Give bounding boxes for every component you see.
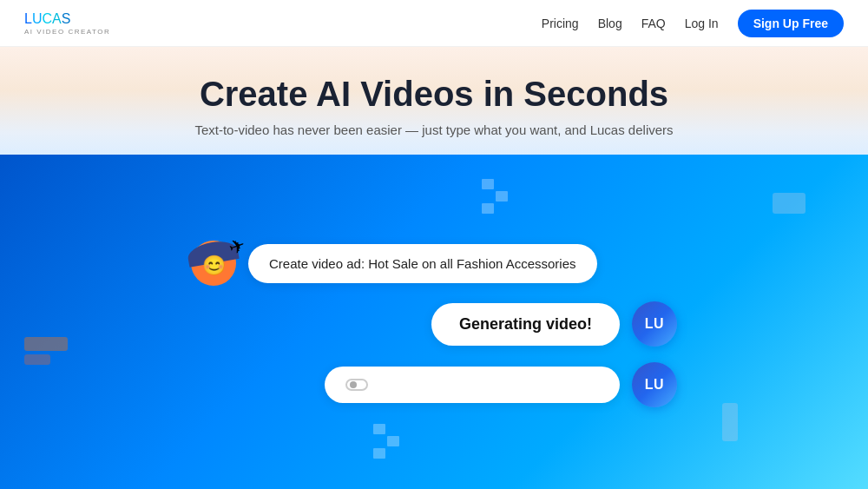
paper-plane-icon: ✈ [226,234,248,261]
deco-checkered-top [482,179,508,214]
deco-rect-left-top [24,337,68,351]
logo-subtitle: AI Video Creator [24,28,110,36]
logo: LUCAS AI Video Creator [24,11,110,36]
lu-avatar-2: LU [632,362,677,407]
signup-button[interactable]: Sign Up Free [738,10,844,37]
chat-container: ✈ Create video ad: Hot Sale on all Fashi… [182,241,686,407]
hero-subtitle: Text-to-video has never been easier — ju… [17,122,851,137]
header: LUCAS AI Video Creator Pricing Blog FAQ … [0,0,868,47]
logo-letter-l: L [24,11,32,26]
logo-letter-c: C [42,11,52,26]
deco-rect-left-bottom [24,354,50,365]
lu-avatar-1: LU [632,301,677,347]
nav: Pricing Blog FAQ Log In Sign Up Free [542,10,844,37]
user-avatar: ✈ [191,241,236,286]
deco-checkered-bottom [373,424,399,459]
logo-letter-u: U [32,11,43,26]
generating-bubble: Generating video! [431,303,620,346]
deco-rect-top-right [773,193,806,214]
deco-rect-bottom-right [722,403,738,441]
main-demo-section: ✈ Create video ad: Hot Sale on all Fashi… [0,155,868,489]
logo-letter-s: S [62,11,71,26]
nav-pricing[interactable]: Pricing [542,17,579,30]
loading-bubble [325,367,620,403]
nav-faq[interactable]: FAQ [641,17,666,30]
loading-message-row: LU [182,362,686,407]
user-message-bubble: Create video ad: Hot Sale on all Fashion… [248,244,597,283]
logo-text: LUCAS [24,11,110,27]
logo-letter-a: A [52,11,62,26]
hero-title: Create AI Videos in Seconds [17,75,851,114]
hero-section: Create AI Videos in Seconds Text-to-vide… [0,47,868,155]
user-message-row: ✈ Create video ad: Hot Sale on all Fashi… [182,241,686,286]
nav-login[interactable]: Log In [685,17,719,30]
nav-blog[interactable]: Blog [598,17,622,30]
generating-text: Generating video! [459,315,592,333]
user-message-text: Create video ad: Hot Sale on all Fashion… [269,256,576,271]
loading-indicator [345,379,368,391]
generating-message-row: Generating video! LU [182,301,686,347]
